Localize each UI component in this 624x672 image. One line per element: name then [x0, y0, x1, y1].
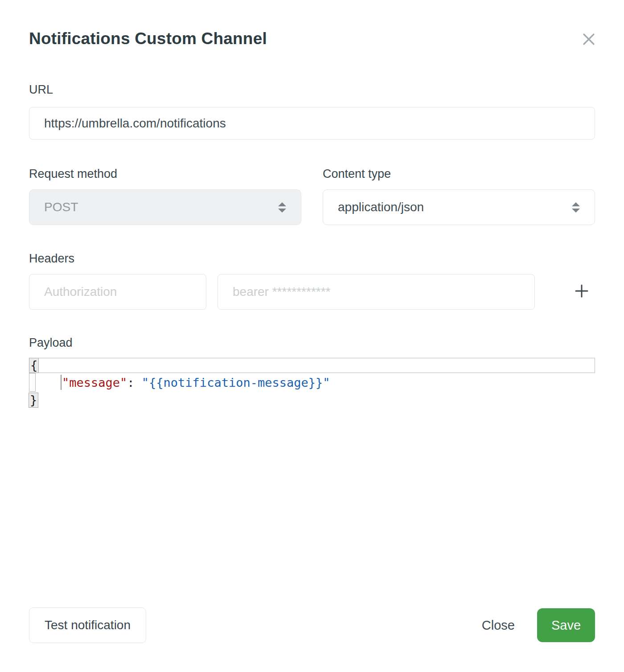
- payload-group: Payload { "message" : "{{notification-me…: [29, 336, 595, 408]
- header-name-input[interactable]: [29, 274, 206, 310]
- content-type-label: Content type: [323, 167, 595, 181]
- text-cursor: [61, 375, 62, 390]
- content-type-value: application/json: [338, 200, 572, 214]
- json-key-token: "message": [62, 376, 127, 389]
- payload-label: Payload: [29, 336, 595, 350]
- url-input[interactable]: [29, 107, 595, 139]
- url-label: URL: [29, 83, 595, 97]
- save-button[interactable]: Save: [537, 608, 595, 642]
- request-method-value: POST: [44, 200, 278, 214]
- select-arrows-icon: [278, 202, 286, 213]
- url-field-group: URL: [29, 83, 595, 139]
- json-colon-token: :: [127, 376, 142, 389]
- plus-icon: [575, 293, 589, 299]
- request-method-group: Request method POST: [29, 167, 301, 225]
- request-method-label: Request method: [29, 167, 301, 181]
- request-method-select[interactable]: POST: [29, 189, 301, 225]
- payload-code-editor[interactable]: { "message" : "{{notification-message}}"…: [29, 358, 595, 408]
- content-type-select[interactable]: application/json: [323, 189, 595, 225]
- notifications-custom-channel-dialog: Notifications Custom Channel URL Request…: [0, 0, 624, 672]
- json-value-token: "{{notification-message}}": [142, 376, 330, 389]
- open-brace-token: {: [29, 358, 39, 373]
- line-highlight-box: [29, 373, 36, 392]
- close-dialog-button[interactable]: Close: [482, 618, 515, 633]
- close-brace-token: }: [29, 393, 38, 408]
- method-content-row: Request method POST Content type applica…: [29, 167, 595, 225]
- test-notification-button[interactable]: Test notification: [29, 607, 146, 643]
- content-type-group: Content type application/json: [323, 167, 595, 225]
- headers-group: Headers: [29, 252, 595, 310]
- headers-label: Headers: [29, 252, 595, 266]
- select-arrows-icon: [572, 202, 580, 213]
- dialog-header: Notifications Custom Channel: [29, 0, 595, 48]
- code-line-2: "message" : "{{notification-message}}": [29, 373, 595, 392]
- page-title: Notifications Custom Channel: [29, 29, 267, 48]
- add-header-button[interactable]: [575, 284, 589, 298]
- close-icon: [580, 43, 598, 49]
- dialog-footer: Test notification Close Save: [29, 607, 595, 643]
- close-button[interactable]: [580, 30, 598, 48]
- header-row: [29, 266, 595, 310]
- code-line-1: {: [29, 358, 595, 373]
- code-line-3: }: [29, 392, 595, 408]
- header-value-input[interactable]: [218, 274, 535, 310]
